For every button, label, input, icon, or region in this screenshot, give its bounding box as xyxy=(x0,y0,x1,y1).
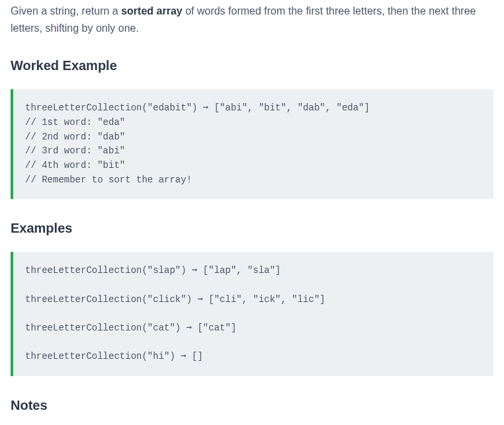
notes-heading: Notes xyxy=(11,395,493,416)
worked-example-code-block: threeLetterCollection("edabit") ➞ ["abi"… xyxy=(11,89,493,199)
worked-example-code: threeLetterCollection("edabit") ➞ ["abi"… xyxy=(25,102,370,184)
examples-code-block: threeLetterCollection("slap") ➞ ["lap", … xyxy=(11,252,493,376)
examples-heading: Examples xyxy=(11,217,493,239)
examples-code: threeLetterCollection("slap") ➞ ["lap", … xyxy=(25,265,325,362)
intro-text-prefix: Given a string, return a xyxy=(11,5,121,17)
intro-bold-sorted-array: sorted array xyxy=(121,5,183,17)
problem-intro: Given a string, return a sorted array of… xyxy=(11,3,493,36)
worked-example-heading: Worked Example xyxy=(11,55,493,76)
